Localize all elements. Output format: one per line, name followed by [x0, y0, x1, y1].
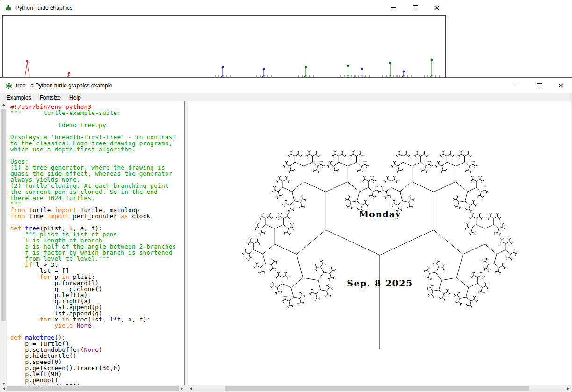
- turtle-icon: [5, 82, 13, 89]
- maximize-icon: [537, 83, 542, 88]
- bg-minimize-button[interactable]: [383, 0, 405, 15]
- scroll-right-icon: [181, 387, 183, 390]
- turtle-icon: [5, 4, 12, 12]
- canvas-hscroll-thumb[interactable]: [225, 386, 529, 391]
- scroll-right-button[interactable]: [179, 385, 185, 392]
- minimize-icon: [391, 7, 396, 8]
- scroll-left-button[interactable]: [0, 385, 7, 392]
- menu-fontsize[interactable]: Fontsize: [36, 94, 65, 101]
- code-view[interactable]: #!/usr/bin/env python3""" turtle-example…: [7, 101, 184, 386]
- fg-close-button[interactable]: ×: [550, 78, 572, 93]
- code-pane: #!/usr/bin/env python3""" turtle-example…: [0, 101, 185, 386]
- bg-close-button[interactable]: ×: [426, 0, 448, 15]
- svg-text:Monday: Monday: [359, 209, 401, 219]
- svg-text:Sep. 8 2025: Sep. 8 2025: [347, 278, 413, 288]
- tree-demo-window: tree - a Python turtle graphics example …: [0, 77, 572, 392]
- drawing-canvas: MondaySep. 8 2025: [188, 101, 571, 386]
- menubar: Examples Fontsize Help: [0, 93, 572, 102]
- scroll-down-icon: [2, 383, 5, 385]
- minimize-icon: [515, 86, 520, 86]
- code-vscroll-thumb[interactable]: [1, 109, 6, 321]
- menu-examples[interactable]: Examples: [2, 94, 36, 101]
- scroll-left-icon: [190, 387, 192, 390]
- fg-minimize-button[interactable]: [507, 78, 529, 93]
- fg-maximize-button[interactable]: [529, 78, 550, 93]
- fractal-tree-drawing: MondaySep. 8 2025: [188, 101, 571, 386]
- code-hscrollbar[interactable]: [0, 385, 185, 392]
- bg-titlebar[interactable]: Python Turtle Graphics ×: [0, 0, 448, 15]
- bg-window-title: Python Turtle Graphics: [15, 5, 383, 11]
- maximize-icon: [413, 5, 418, 10]
- scroll-right-button[interactable]: [565, 385, 571, 392]
- fg-window-title: tree - a Python turtle graphics example: [16, 82, 507, 89]
- menu-help[interactable]: Help: [65, 94, 85, 101]
- scroll-right-icon: [567, 387, 569, 390]
- bg-canvas-drawing: [3, 16, 446, 78]
- scroll-left-icon: [3, 387, 5, 390]
- fg-titlebar[interactable]: tree - a Python turtle graphics example …: [0, 78, 572, 93]
- scroll-left-button[interactable]: [188, 385, 194, 392]
- code-vscrollbar[interactable]: [0, 101, 7, 386]
- code-hscroll-thumb[interactable]: [7, 386, 179, 391]
- scroll-up-button[interactable]: [0, 101, 7, 107]
- scroll-up-icon: [2, 104, 5, 106]
- bg-maximize-button[interactable]: [405, 0, 426, 15]
- canvas-hscrollbar[interactable]: [188, 385, 571, 392]
